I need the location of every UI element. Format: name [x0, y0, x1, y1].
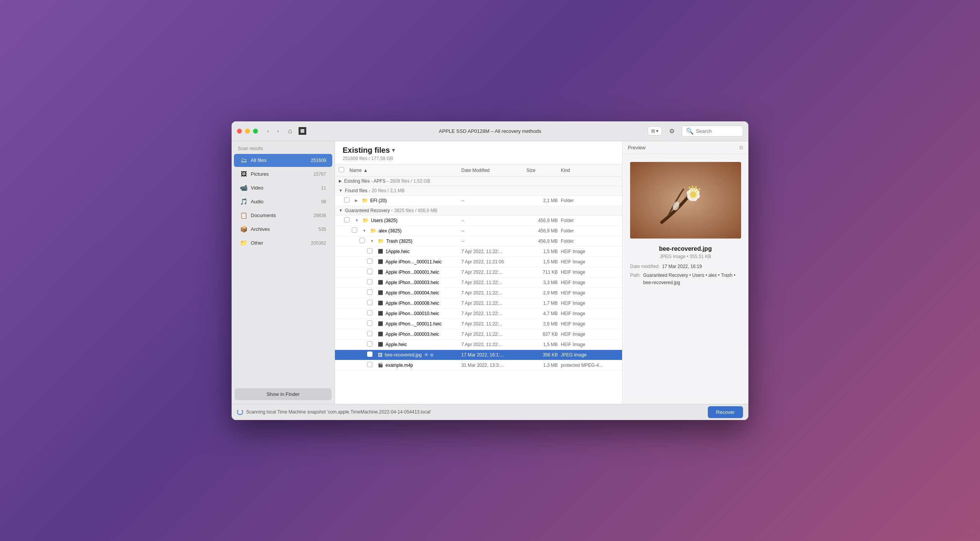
expand-icon[interactable]: ▼	[355, 218, 359, 222]
table-row[interactable]: ▼ 📁 Trash (3825) -- 456,9 MB Folder	[335, 236, 622, 247]
filter-button[interactable]: ⚙	[666, 126, 678, 136]
sidebar-item-audio[interactable]: 🎵 Audio 98	[234, 195, 332, 208]
row-checkbox[interactable]	[359, 238, 370, 245]
search-box[interactable]: 🔍	[682, 126, 743, 137]
close-button[interactable]	[237, 129, 242, 134]
sidebar-item-video[interactable]: 📹 Video 11	[234, 181, 332, 194]
table-row[interactable]: ⬛ Apple iPhon...000008.heic 7 Apr 2022, …	[335, 298, 622, 309]
row-checkbox[interactable]	[367, 300, 378, 307]
sidebar-item-count: 15767	[314, 172, 326, 177]
column-date-header[interactable]: Date Modified	[461, 168, 526, 173]
row-checkbox[interactable]	[367, 320, 378, 327]
sidebar-item-archives[interactable]: 📦 Archives 535	[234, 223, 332, 236]
row-kind: Folder	[561, 218, 618, 223]
back-button[interactable]: ‹	[264, 127, 272, 135]
title-dropdown-icon[interactable]: ▾	[392, 147, 395, 153]
sidebar-item-other[interactable]: 📁 Other 205362	[234, 237, 332, 250]
row-date: 7 Apr 2022, 11:22:...	[461, 249, 526, 254]
titlebar: ‹ › ⌂ APPLE SSD AP0128M – All recovery m…	[232, 121, 748, 141]
row-size: 1,5 MB	[526, 259, 561, 265]
row-checkbox[interactable]	[367, 279, 378, 286]
table-row[interactable]: ⬛ Apple.heic 7 Apr 2022, 11:22:... 1,5 M…	[335, 340, 622, 350]
row-date: --	[461, 228, 526, 234]
preview-label: Preview	[628, 145, 645, 150]
view-toggle-button[interactable]: ⊞ ▾	[648, 126, 662, 136]
table-row[interactable]: ⬛ Apple iPhon...000001.heic 7 Apr 2022, …	[335, 267, 622, 278]
sidebar-item-documents[interactable]: 📋 Documents 29836	[234, 209, 332, 222]
maximize-button[interactable]	[253, 129, 258, 134]
select-all-checkbox[interactable]	[339, 167, 350, 174]
forward-button[interactable]: ›	[274, 127, 282, 135]
download-icon[interactable]: ⊕	[430, 352, 434, 358]
table-row[interactable]: ⬛ Apple iPhon..._000011.heic 7 Apr 2022,…	[335, 319, 622, 329]
preview-panel: Preview ⧉	[622, 141, 748, 404]
search-input[interactable]	[696, 128, 739, 134]
archives-icon: 📦	[240, 226, 248, 233]
sidebar-item-label: Other	[251, 240, 308, 246]
sidebar-item-pictures[interactable]: 🖼 Pictures 15767	[234, 168, 332, 181]
recover-button[interactable]: Recover	[708, 406, 743, 418]
table-row-selected[interactable]: 🖼 bee-recovered.jpg 👁 ⊕ 17 Mar 2022, 16:…	[335, 350, 622, 360]
expand-icon[interactable]: ▼	[363, 229, 366, 233]
traffic-lights	[237, 129, 258, 134]
sidebar-item-count: 251609	[311, 158, 326, 163]
group-found-files[interactable]: ▼ Found files - 20 files / 2,1 MB	[335, 186, 622, 196]
table-row[interactable]: ⬛ Apple iPhon...000003.heic 7 Apr 2022, …	[335, 278, 622, 288]
row-checkbox[interactable]	[344, 197, 355, 204]
row-checkbox[interactable]	[367, 362, 378, 369]
preview-image	[630, 162, 741, 239]
group-existing-apfs[interactable]: ▶ Existing files - APFS - 2608 files / 1…	[335, 177, 622, 186]
file-header-title: Existing files ▾	[343, 146, 614, 155]
table-row[interactable]: ⬛ Apple iPhon...000004.heic 7 Apr 2022, …	[335, 288, 622, 298]
copy-icon[interactable]: ⧉	[739, 144, 743, 151]
row-checkbox[interactable]	[367, 341, 378, 348]
expand-icon[interactable]: ▼	[370, 239, 374, 243]
stop-button[interactable]	[299, 127, 306, 135]
table-row[interactable]: ⬛ Apple iPhon..._000011.heic 7 Apr 2022,…	[335, 257, 622, 267]
sidebar-item-label: Audio	[251, 199, 318, 204]
minimize-button[interactable]	[245, 129, 250, 134]
row-date: 17 Mar 2022, 16:1:...	[461, 352, 526, 358]
show-finder-button[interactable]: Show in Finder	[235, 388, 332, 400]
row-checkbox[interactable]	[367, 351, 378, 358]
row-checkbox[interactable]	[367, 310, 378, 317]
row-checkbox[interactable]	[344, 217, 355, 224]
row-date: 7 Apr 2022, 11:22:...	[461, 301, 526, 306]
table-row[interactable]: ⬛ 1Apple.heic 7 Apr 2022, 11:22:... 1,5 …	[335, 247, 622, 257]
table-row[interactable]: ▼ 📁 Users (3825) -- 456,9 MB Folder	[335, 216, 622, 226]
video-file-icon: 🎬	[378, 363, 383, 368]
preview-icon[interactable]: 👁	[424, 352, 429, 358]
row-checkbox[interactable]	[352, 227, 363, 234]
file-header-sub: 251609 files / 177,58 GB	[343, 156, 614, 161]
expand-icon[interactable]: ▶	[355, 198, 358, 203]
row-kind: HEIF Image	[561, 311, 618, 316]
row-name: ⬛ Apple iPhon...000008.heic	[378, 301, 461, 306]
row-checkbox[interactable]	[367, 269, 378, 276]
table-row[interactable]: ▶ 📁 EFI (20) -- 2,1 MB Folder	[335, 196, 622, 206]
column-kind-header[interactable]: Kind	[561, 168, 618, 173]
table-header: Name ▲ Date Modified Size Kind	[335, 165, 622, 177]
header-checkbox[interactable]	[339, 167, 344, 172]
heic-file-icon: ⬛	[378, 301, 383, 306]
column-name-header[interactable]: Name ▲	[350, 168, 461, 173]
file-header: Existing files ▾ 251609 files / 177,58 G…	[335, 141, 622, 165]
row-checkbox[interactable]	[367, 258, 378, 265]
row-checkbox[interactable]	[367, 248, 378, 255]
table-row[interactable]: ⬛ Apple iPhon...000003.heic 7 Apr 2022, …	[335, 329, 622, 340]
group-guaranteed-recovery[interactable]: ▼ Guaranteed Recovery - 3825 files / 456…	[335, 206, 622, 216]
sidebar-item-count: 205362	[311, 240, 326, 246]
row-name: 🖼 bee-recovered.jpg 👁 ⊕	[378, 352, 461, 358]
row-checkbox[interactable]	[367, 331, 378, 338]
collapsed-arrow-icon: ▶	[339, 179, 342, 183]
row-kind: HEIF Image	[561, 332, 618, 337]
row-size: 711 KB	[526, 270, 561, 275]
column-size-header[interactable]: Size	[526, 168, 561, 173]
sidebar-item-all-files[interactable]: 🗂 All files 251609	[234, 154, 332, 167]
scanning-spinner	[237, 409, 243, 415]
row-kind: HEIF Image	[561, 342, 618, 347]
row-checkbox[interactable]	[367, 289, 378, 296]
table-row[interactable]: ⬛ Apple iPhon...000010.heic 7 Apr 2022, …	[335, 309, 622, 319]
table-row[interactable]: 🎬 example.m4p 31 Mar 2022, 13:3:... 1.3 …	[335, 360, 622, 371]
home-button[interactable]: ⌂	[285, 126, 296, 136]
table-row[interactable]: ▼ 📁 alex (3825) -- 456,9 MB Folder	[335, 226, 622, 236]
